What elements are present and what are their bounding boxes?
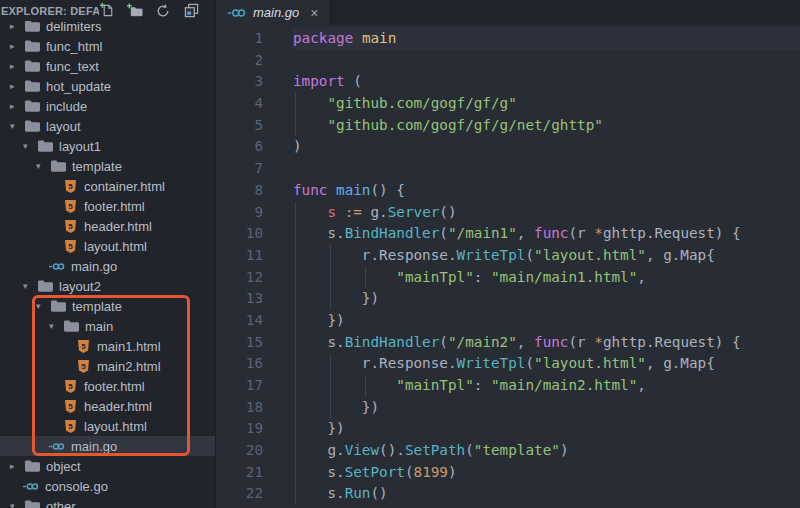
folder-icon [64, 320, 79, 332]
folder-icon [51, 300, 66, 312]
tree-item-label: func_html [46, 39, 102, 54]
line-number: 13 [216, 288, 263, 310]
chevron-down-icon[interactable]: ▾ [36, 302, 46, 311]
tree-item-label: main1.html [97, 339, 161, 354]
tree-item-main2-html[interactable]: 5main2.html [0, 356, 215, 376]
chevron-down-icon[interactable]: ▾ [49, 322, 59, 331]
go-file-icon [49, 442, 65, 451]
chevron-down-icon[interactable]: ▾ [23, 142, 33, 151]
chevron-down-icon[interactable]: ▾ [36, 162, 46, 171]
html-file-icon: 5 [65, 180, 76, 193]
tree-item-layout1[interactable]: ▾layout1 [0, 136, 215, 156]
tree-item-container-html[interactable]: 5container.html [0, 176, 215, 196]
line-number: 12 [216, 267, 263, 289]
code-line[interactable]: 1package main [216, 28, 800, 50]
folder-icon [25, 120, 40, 132]
refresh-button[interactable] [155, 3, 171, 19]
code-line[interactable]: 13 }) [216, 288, 800, 310]
svg-text:5: 5 [68, 421, 73, 430]
line-number: 6 [216, 136, 263, 158]
code-line[interactable]: 15 s.BindHandler("/main2", func(r *ghttp… [216, 332, 800, 354]
code-line[interactable]: 2 [216, 50, 800, 72]
explorer-sidebar: EXPLORER: DEFA... [0, 0, 215, 508]
tab-main-go[interactable]: main.go × [216, 0, 331, 25]
code-line[interactable]: 8func main() { [216, 180, 800, 202]
code-line[interactable]: 11 r.Response.WriteTpl("layout.html", g.… [216, 245, 800, 267]
tree-item-include[interactable]: ▸include [0, 96, 215, 116]
chevron-down-icon[interactable]: ▾ [23, 282, 33, 291]
tree-item-template[interactable]: ▾template [0, 296, 215, 316]
tree-item-header-html[interactable]: 5header.html [0, 216, 215, 236]
tree-item-func-text[interactable]: ▸func_text [0, 56, 215, 76]
tree-item-footer-html[interactable]: 5footer.html [0, 376, 215, 396]
new-folder-button[interactable] [127, 3, 143, 19]
html-file-icon: 5 [65, 240, 76, 253]
chevron-right-icon[interactable]: ▸ [10, 462, 20, 471]
tree-item-label: layout2 [59, 279, 101, 294]
chevron-right-icon[interactable]: ▸ [10, 22, 20, 31]
code-line[interactable]: 20 g.View().SetPath("template") [216, 440, 800, 462]
line-number: 21 [216, 462, 263, 484]
code-line[interactable]: 17 "mainTpl": "main/main2.html", [216, 375, 800, 397]
svg-text:5: 5 [68, 201, 73, 210]
chevron-down-icon[interactable]: ▾ [10, 122, 20, 131]
tree-item-layout[interactable]: ▾layout [0, 116, 215, 136]
chevron-right-icon[interactable]: ▸ [10, 102, 20, 111]
tree-item-layout2[interactable]: ▾layout2 [0, 276, 215, 296]
html-file-icon: 5 [65, 400, 76, 413]
tree-item-hot-update[interactable]: ▸hot_update [0, 76, 215, 96]
line-number: 22 [216, 483, 263, 505]
tree-item-label: template [72, 159, 122, 174]
tree-item-template[interactable]: ▾template [0, 156, 215, 176]
explorer-title: EXPLORER: DEFA... [1, 5, 99, 17]
code-line[interactable]: 18 }) [216, 397, 800, 419]
collapse-all-button[interactable] [183, 3, 199, 19]
code-line[interactable]: 5 "github.com/gogf/gf/g/net/ghttp" [216, 115, 800, 137]
code-line[interactable]: 14 }) [216, 310, 800, 332]
code-line[interactable]: 16 r.Response.WriteTpl("layout.html", g.… [216, 353, 800, 375]
code-line[interactable]: 4 "github.com/gogf/gf/g" [216, 93, 800, 115]
tree-item-console-go[interactable]: console.go [0, 476, 215, 496]
tree-item-main[interactable]: ▾main [0, 316, 215, 336]
chevron-down-icon[interactable]: ▾ [10, 502, 20, 508]
go-icon [228, 8, 246, 18]
tree-item-label: layout.html [84, 419, 147, 434]
tree-item-main1-html[interactable]: 5main1.html [0, 336, 215, 356]
new-file-button[interactable] [99, 3, 115, 19]
tree-item-other[interactable]: ▾other [0, 496, 215, 508]
tree-item-footer-html[interactable]: 5footer.html [0, 196, 215, 216]
tab-close-icon[interactable]: × [310, 6, 318, 20]
code-line[interactable]: 3import ( [216, 71, 800, 93]
line-number: 11 [216, 245, 263, 267]
chevron-right-icon[interactable]: ▸ [10, 62, 20, 71]
svg-text:5: 5 [68, 181, 73, 190]
tree-item-func-html[interactable]: ▸func_html [0, 36, 215, 56]
svg-text:5: 5 [68, 221, 73, 230]
chevron-right-icon[interactable]: ▸ [10, 82, 20, 91]
code-line[interactable]: 21 s.SetPort(8199) [216, 462, 800, 484]
code-line[interactable]: 9 s := g.Server() [216, 202, 800, 224]
chevron-right-icon[interactable]: ▸ [10, 42, 20, 51]
tree-item-main-go[interactable]: main.go [0, 436, 215, 456]
go-file-icon [23, 482, 39, 491]
tree-item-layout-html[interactable]: 5layout.html [0, 236, 215, 256]
code-editor[interactable]: 1package main23import (4 "github.com/gog… [216, 25, 800, 508]
tree-item-label: footer.html [84, 379, 145, 394]
line-number: 15 [216, 332, 263, 354]
html-file-icon: 5 [78, 340, 89, 353]
code-line[interactable]: 12 "mainTpl": "main/main1.html", [216, 267, 800, 289]
code-line[interactable]: 6) [216, 136, 800, 158]
tree-item-layout-html[interactable]: 5layout.html [0, 416, 215, 436]
line-number: 10 [216, 223, 263, 245]
code-line[interactable]: 19 }) [216, 418, 800, 440]
code-text: s.BindHandler("/main1", func(r *ghttp.Re… [293, 223, 741, 245]
explorer-header: EXPLORER: DEFA... [0, 0, 215, 21]
folder-icon [25, 100, 40, 112]
code-line[interactable]: 7 [216, 158, 800, 180]
code-line[interactable]: 10 s.BindHandler("/main1", func(r *ghttp… [216, 223, 800, 245]
tree-item-header-html[interactable]: 5header.html [0, 396, 215, 416]
code-line[interactable]: 22 s.Run() [216, 483, 800, 505]
line-number: 8 [216, 180, 263, 202]
tree-item-main-go[interactable]: main.go [0, 256, 215, 276]
tree-item-object[interactable]: ▸object [0, 456, 215, 476]
